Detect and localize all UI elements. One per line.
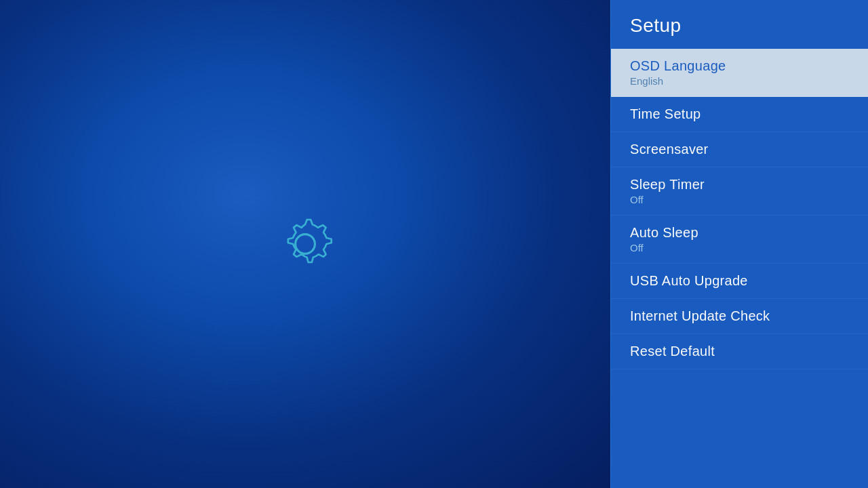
menu-item-reset-default[interactable]: Reset Default bbox=[611, 334, 868, 369]
menu-item-label-reset-default: Reset Default bbox=[630, 344, 849, 359]
gear-icon bbox=[275, 214, 336, 274]
menu-item-label-sleep-timer: Sleep Timer bbox=[630, 177, 849, 192]
menu-item-label-time-setup: Time Setup bbox=[630, 106, 849, 122]
menu-item-label-screensaver: Screensaver bbox=[630, 142, 849, 157]
main-content-area bbox=[0, 0, 610, 488]
menu-item-time-setup[interactable]: Time Setup bbox=[611, 97, 868, 132]
sidebar-header: Setup bbox=[611, 0, 868, 49]
menu-item-label-auto-sleep: Auto Sleep bbox=[630, 225, 849, 241]
menu-item-sleep-timer[interactable]: Sleep TimerOff bbox=[611, 167, 868, 216]
menu-item-value-auto-sleep: Off bbox=[630, 242, 849, 253]
menu-item-label-internet-update-check: Internet Update Check bbox=[630, 308, 849, 324]
menu-item-usb-auto-upgrade[interactable]: USB Auto Upgrade bbox=[611, 264, 868, 299]
menu-item-label-osd-language: OSD Language bbox=[630, 58, 849, 74]
menu-list: OSD LanguageEnglishTime SetupScreensaver… bbox=[611, 49, 868, 369]
menu-item-value-osd-language: English bbox=[630, 75, 849, 87]
svg-point-0 bbox=[296, 235, 315, 254]
menu-item-screensaver[interactable]: Screensaver bbox=[611, 132, 868, 167]
menu-item-value-sleep-timer: Off bbox=[630, 194, 849, 205]
menu-item-osd-language[interactable]: OSD LanguageEnglish bbox=[611, 49, 868, 97]
menu-item-auto-sleep[interactable]: Auto SleepOff bbox=[611, 216, 868, 264]
menu-item-internet-update-check[interactable]: Internet Update Check bbox=[611, 299, 868, 334]
sidebar-title: Setup bbox=[630, 15, 682, 36]
sidebar: Setup OSD LanguageEnglishTime SetupScree… bbox=[610, 0, 868, 488]
menu-item-label-usb-auto-upgrade: USB Auto Upgrade bbox=[630, 273, 849, 289]
